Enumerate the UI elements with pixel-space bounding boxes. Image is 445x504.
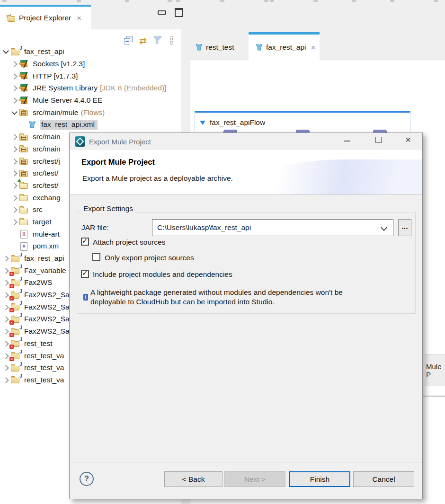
chevron-right-icon[interactable] (3, 268, 9, 274)
attach-sources-label[interactable]: Attach project sources (93, 238, 165, 247)
chevron-right-icon[interactable] (3, 256, 9, 262)
tree-item-text[interactable]: pom.xm (32, 241, 62, 251)
tree-item-text[interactable]: Fax2WS2_Sa (23, 290, 72, 300)
only-export-sources-checkbox[interactable] (92, 253, 100, 261)
chevron-right-icon[interactable] (3, 317, 9, 323)
view-menu-icon[interactable] (167, 36, 177, 45)
tree-item-text[interactable]: fax_rest_api (23, 47, 67, 57)
chevron-right-icon[interactable] (11, 219, 18, 225)
tab-mule-properties[interactable]: Mule P (425, 354, 445, 386)
tree-item-text[interactable]: src/main (32, 144, 63, 154)
close-tab-icon[interactable]: × (311, 44, 315, 52)
tree-item-text[interactable]: rest_test_va (23, 351, 67, 361)
tree-item-label: src/main (33, 133, 61, 141)
include-modules-checkbox[interactable] (81, 270, 89, 278)
chevron-down-icon[interactable] (381, 224, 387, 231)
chevron-right-icon[interactable] (11, 97, 18, 104)
tree-item-text[interactable]: Fax2WS2_Sa (23, 302, 72, 312)
include-modules-label[interactable]: Include project modules and dependencies (93, 270, 232, 279)
chevron-right-icon[interactable] (3, 365, 9, 371)
dialog-close-button[interactable]: × (402, 134, 417, 147)
tree-item-text[interactable]: src/main/mule(Flows) (32, 108, 107, 118)
dialog-maximize-button[interactable] (371, 134, 386, 147)
chevron-right-icon[interactable] (3, 280, 9, 286)
tree-item-text[interactable]: src/test/j (32, 157, 63, 167)
back-button[interactable]: < Back (164, 471, 222, 487)
link-with-editor-icon[interactable]: ⇄ (138, 36, 148, 45)
editor-tab-fax-rest-api[interactable]: fax_rest_api × (249, 32, 320, 60)
project-icon: J (11, 255, 20, 263)
tree-item-text[interactable]: src/test/ (32, 181, 61, 191)
dialog-titlebar[interactable]: Export Mule Project × (70, 133, 422, 150)
tree-item[interactable]: fax_rest_api.xml (0, 119, 181, 131)
tree-item-text[interactable]: src (32, 205, 45, 215)
tree-item-selected[interactable]: fax_rest_api.xml (40, 120, 98, 130)
chevron-right-icon[interactable] (11, 86, 18, 92)
jar-file-combo[interactable]: C:\Users\lukasp\fax_rest_api (152, 219, 393, 236)
tree-item[interactable]: HTTP [v1.7.3] (0, 70, 181, 82)
chevron-right-icon[interactable] (3, 353, 9, 359)
toolbar-tick (434, 0, 438, 2)
minimize-view-icon[interactable] (158, 10, 166, 15)
tree-item-text[interactable]: Fax2WS2_Sa (23, 327, 72, 336)
tree-item-text[interactable]: rest_test_va (23, 375, 67, 385)
chevron-down-icon[interactable] (11, 109, 18, 115)
chevron-right-icon[interactable] (11, 207, 18, 213)
chevron-right-icon[interactable] (11, 170, 18, 177)
tree-item-text[interactable]: target (32, 217, 54, 227)
chevron-right-icon[interactable] (11, 183, 18, 189)
tree-item-text[interactable]: Fax_variable (23, 266, 69, 276)
tree-item[interactable]: Sockets [v1.2.3] (0, 58, 181, 71)
mule-file-icon (195, 44, 203, 51)
chevron-right-icon[interactable] (3, 304, 9, 310)
chevron-right-icon[interactable] (3, 328, 9, 335)
chevron-right-icon[interactable] (11, 134, 18, 140)
tree-item-text[interactable]: HTTP [v1.7.3] (32, 71, 80, 81)
info-text: A lightweight package generated without … (90, 288, 364, 307)
help-button[interactable]: ? (80, 472, 94, 486)
close-view-icon[interactable]: × (77, 14, 81, 22)
only-export-sources-label[interactable]: Only export project sources (105, 254, 194, 262)
chevron-down-icon[interactable] (3, 48, 9, 54)
tree-item[interactable]: Mule Server 4.4.0 EE (0, 95, 181, 107)
collapse-all-icon[interactable] (124, 36, 134, 45)
attach-sources-checkbox[interactable] (81, 238, 89, 246)
chevron-right-icon[interactable] (11, 61, 18, 67)
maximize-view-icon[interactable] (175, 8, 183, 17)
editor-tab-label: rest_test (206, 43, 234, 52)
chevron-right-icon[interactable] (3, 341, 9, 347)
tree-item-text[interactable]: Fax2WS2_Sa (23, 314, 72, 324)
tree-item-label: Fax2WS2_Sa (24, 303, 70, 311)
tree-item-text[interactable]: Mule Server 4.4.0 EE (32, 96, 105, 106)
tree-item[interactable]: JRE System Library[JDK 8 (Embedded)] (0, 82, 181, 95)
chevron-right-icon[interactable] (11, 146, 18, 152)
tree-item-text[interactable]: exchang (32, 193, 63, 203)
tree-item-text[interactable]: rest_test (23, 339, 55, 349)
tab-project-explorer[interactable]: Project Explorer × (0, 7, 91, 29)
expander-slot (11, 159, 18, 164)
tree-item-text[interactable]: rest_test_va (23, 363, 67, 373)
dialog-minimize-button[interactable] (339, 134, 355, 147)
finish-button[interactable]: Finish (289, 471, 350, 487)
tree-item-text[interactable]: JRE System Library[JDK 8 (Embedded)] (32, 83, 169, 93)
chevron-right-icon[interactable] (11, 195, 18, 201)
toolbar-tick (168, 0, 172, 2)
tree-item-text[interactable]: Fax2WS (23, 278, 55, 288)
tree-item-text[interactable]: Sockets [v1.2.3] (32, 59, 88, 69)
tree-item-text[interactable]: src/main (32, 132, 63, 142)
browse-button[interactable]: ... (398, 219, 411, 236)
collapse-flow-icon[interactable] (200, 121, 205, 125)
tree-item-text[interactable]: fax_rest_api (23, 254, 67, 264)
tree-item-text[interactable]: mule-art (32, 230, 62, 239)
filter-icon[interactable] (153, 36, 163, 45)
chevron-right-icon[interactable] (11, 159, 18, 165)
chevron-right-icon[interactable] (11, 73, 18, 80)
cancel-button[interactable]: Cancel (353, 471, 414, 487)
editor-tab-rest-test[interactable]: rest_test (190, 35, 246, 60)
tree-item-text[interactable]: src/test/ (32, 168, 61, 178)
chevron-right-icon[interactable] (3, 377, 9, 383)
header-decoration (259, 159, 422, 195)
chevron-right-icon[interactable] (3, 292, 9, 298)
tree-item[interactable]: src/main/mule(Flows) (0, 106, 181, 119)
tree-item[interactable]: Jfax_rest_api (0, 46, 181, 58)
